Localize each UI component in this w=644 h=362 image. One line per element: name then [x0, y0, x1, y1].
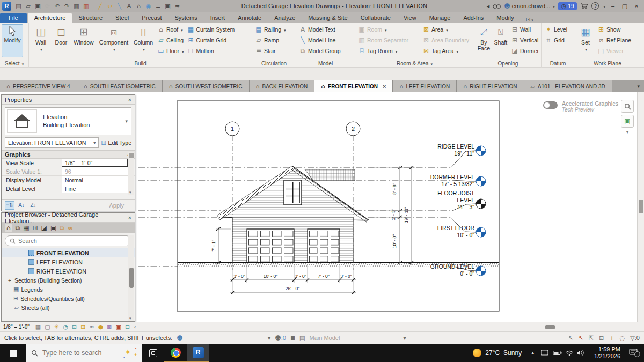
tray-expand-button[interactable]: ▲: [527, 344, 538, 362]
view-tab-right-elevation[interactable]: RIGHT ELEVATION: [457, 80, 524, 92]
view-tab-front-elevation[interactable]: FRONT ELEVATION×: [314, 80, 393, 92]
tab-insert[interactable]: Insert: [204, 13, 232, 23]
store-cart-icon[interactable]: [580, 3, 588, 10]
view-scale-value[interactable]: 1/8" = 1'-0": [62, 159, 128, 167]
restore-button[interactable]: ▢: [620, 3, 629, 10]
accelerated-graphics-toggle[interactable]: [543, 101, 558, 109]
trial-days-badge[interactable]: 19: [558, 2, 577, 10]
tab-view[interactable]: View: [397, 13, 423, 23]
notification-center-button[interactable]: 1: [626, 344, 644, 362]
copilot-icon[interactable]: ✦✦••: [123, 346, 137, 359]
weather-widget[interactable]: 27°C Sunny: [467, 344, 527, 362]
tab-list-button[interactable]: ▾: [633, 80, 644, 92]
close-button[interactable]: ×: [632, 3, 641, 9]
tab-massing-site[interactable]: Massing & Site: [302, 13, 354, 23]
select-by-face-icon[interactable]: [599, 335, 604, 342]
properties-filter-icon[interactable]: ≡⇅: [5, 201, 14, 210]
show-button[interactable]: Show: [596, 24, 632, 34]
displace-elements-icon[interactable]: [125, 323, 130, 330]
vertical-opening-button[interactable]: Vertical: [510, 35, 540, 45]
collapse-icon[interactable]: −: [7, 305, 12, 311]
tab-modify[interactable]: Modify: [490, 13, 520, 23]
worksharing-display-icon[interactable]: [116, 323, 121, 330]
thin-lines-icon[interactable]: [153, 2, 163, 11]
model-text-button[interactable]: Model Text: [298, 24, 342, 34]
level-button[interactable]: Level: [544, 24, 568, 34]
tab-collaborate[interactable]: Collaborate: [354, 13, 397, 23]
horizontal-scrollbar[interactable]: [145, 324, 635, 330]
navbar-chevron-icon[interactable]: ▾: [626, 130, 628, 135]
revit-logo-icon[interactable]: R: [2, 2, 11, 11]
dormer-window[interactable]: [284, 180, 302, 205]
wall-opening-button[interactable]: Wall: [510, 24, 540, 34]
print-icon[interactable]: [72, 2, 81, 11]
ref-plane-button[interactable]: Ref Plane: [596, 35, 632, 45]
schedules-tool-icon[interactable]: [33, 224, 38, 232]
selection-circle-icon[interactable]: [620, 335, 625, 342]
temporary-hide-isolate-icon[interactable]: [98, 323, 104, 330]
garage-door-right[interactable]: [308, 229, 340, 263]
crop-view-icon[interactable]: [72, 323, 77, 330]
ramp-button[interactable]: Ramp: [254, 35, 287, 45]
chevron-down-icon[interactable]: [268, 335, 271, 342]
customize-qat-icon[interactable]: [173, 2, 182, 11]
tab-annotate[interactable]: Annotate: [231, 13, 268, 23]
chevron-down-icon[interactable]: [403, 335, 406, 342]
editable-only-toggle[interactable]: :0: [275, 335, 286, 342]
project-browser-header[interactable]: Project Browser - Detached Garage Elevat…: [2, 213, 135, 223]
modify-button[interactable]: Modify: [2, 24, 23, 57]
show-crop-region-icon[interactable]: [80, 323, 85, 330]
area-button[interactable]: Area: [421, 24, 470, 34]
edit-type-button[interactable]: Edit Type: [101, 139, 131, 146]
close-doc-icon[interactable]: [82, 2, 91, 11]
grid-button[interactable]: Grid: [544, 35, 568, 45]
taskbar-clock[interactable]: 1:59 PM 1/21/2026: [589, 344, 626, 362]
undo-icon[interactable]: [53, 2, 62, 11]
column-button[interactable]: Column: [131, 24, 155, 57]
view-tab-south-east-isometric[interactable]: SOUTH EAST ISOMETRIC: [77, 80, 163, 92]
taskbar-search[interactable]: ✦✦••: [26, 344, 142, 362]
ribbon-display-toggle[interactable]: [526, 17, 533, 23]
panel-label-room-area[interactable]: Room & Area: [355, 60, 474, 68]
redo-icon[interactable]: [62, 2, 71, 11]
scrollbar-thumb[interactable]: [545, 325, 555, 329]
save-icon[interactable]: [33, 2, 42, 11]
workset-dialog-icon[interactable]: [290, 335, 295, 342]
sort-za-icon[interactable]: Z↓: [28, 201, 38, 210]
tree-item-left-elevation[interactable]: LEFT ELEVATION: [2, 257, 135, 267]
tab-systems[interactable]: Systems: [168, 13, 203, 23]
reveal-constraints-icon[interactable]: [107, 323, 112, 330]
sun-path-icon[interactable]: [45, 323, 50, 330]
shaft-button[interactable]: Shaft: [493, 24, 509, 57]
help-chevron-icon[interactable]: [602, 3, 605, 9]
chrome-taskbar-button[interactable]: [164, 344, 187, 362]
tree-item-right-elevation[interactable]: RIGHT ELEVATION: [2, 267, 135, 276]
aligned-dimension-icon[interactable]: [105, 2, 114, 11]
filter-control[interactable]: :0: [630, 335, 640, 342]
panel-label-select[interactable]: Select: [0, 60, 28, 68]
vertical-scrollbar[interactable]: [637, 92, 644, 322]
properties-icon[interactable]: [14, 2, 23, 11]
property-row-detail-level[interactable]: Detail Level Fine: [2, 184, 135, 193]
model-line-button[interactable]: Model Line: [298, 35, 342, 45]
sort-az-icon[interactable]: A↓: [17, 201, 26, 210]
tab-manage[interactable]: Manage: [423, 13, 457, 23]
close-tab-icon[interactable]: ×: [383, 83, 386, 90]
tree-item-sections[interactable]: + Sections (Building Section): [2, 276, 135, 285]
select-pinned-icon[interactable]: [589, 335, 594, 342]
select-underlay-icon[interactable]: [579, 335, 583, 342]
type-selector[interactable]: Elevation Building Elevation ▾: [5, 107, 131, 135]
browser-search-input[interactable]: [18, 238, 127, 244]
switch-windows-icon[interactable]: [163, 2, 172, 11]
tree-item-front-elevation[interactable]: FRONT ELEVATION: [2, 248, 135, 257]
roof-button[interactable]: Roof: [156, 24, 185, 34]
search-binoculars-icon[interactable]: [493, 3, 501, 9]
collapse-icon[interactable]: [487, 3, 490, 10]
close-icon[interactable]: ×: [128, 215, 131, 221]
zoom-tool-button[interactable]: [621, 100, 634, 113]
reveal-hidden-elements-icon[interactable]: [90, 323, 94, 330]
garage-door-left[interactable]: [247, 229, 294, 263]
measure-icon[interactable]: [96, 2, 105, 11]
text-icon[interactable]: [125, 2, 134, 11]
links-tool-icon[interactable]: [60, 224, 64, 232]
